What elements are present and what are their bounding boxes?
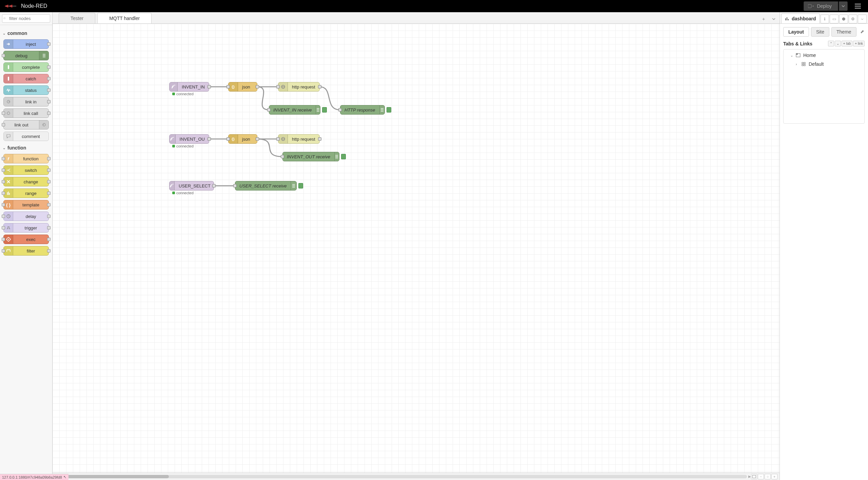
node-json-1[interactable]: {} json (228, 82, 257, 92)
palette-node-link-out[interactable]: link out (3, 120, 49, 129)
svg-point-4 (7, 112, 10, 115)
palette-category-function[interactable]: ⌄ function (3, 144, 49, 152)
zoom-reset-button[interactable]: ○ (765, 474, 771, 479)
chevron-down-icon (842, 5, 845, 7)
tab-tester[interactable]: Tester (59, 13, 95, 23)
sidebar-help-button[interactable]: ▭ (830, 15, 839, 23)
chevron-down-icon (772, 18, 775, 20)
dashboard-icon (785, 17, 790, 21)
node-json-2[interactable]: {} json (228, 134, 257, 144)
dashboard-subtab-site[interactable]: Site (811, 27, 829, 37)
chevron-down-icon: ⌄ (836, 42, 839, 45)
node-http-request-1[interactable]: http request (278, 82, 320, 92)
mqtt-icon (170, 135, 176, 143)
node-debug-invent-out-receive[interactable]: INVENT_OUT receive (282, 152, 339, 161)
palette-node-change[interactable]: change (3, 177, 49, 186)
tabs-menu-button[interactable] (769, 15, 778, 23)
dashboard-subtab-layout[interactable]: Layout (783, 27, 809, 37)
canvas-footer: ◀ ▶ − ○ + (53, 473, 780, 480)
zoom-in-button[interactable]: + (771, 474, 777, 479)
debug-icon (334, 152, 339, 161)
workspace: Tester MQTT handler + (53, 12, 780, 480)
node-debug-invent-in-receive[interactable]: INVENT_IN receive (269, 105, 320, 115)
workspace-tabs: Tester MQTT handler + (53, 12, 780, 24)
switch-icon (4, 166, 13, 175)
tree-item-default[interactable]: › Default (784, 60, 864, 68)
open-dashboard-button[interactable]: ⬈ (859, 27, 866, 37)
debug-toggle[interactable] (341, 154, 346, 159)
expand-all-button[interactable]: ⌄ (835, 41, 841, 46)
add-tab-button[interactable]: + tab (842, 41, 853, 46)
deploy-button[interactable]: Deploy (804, 1, 838, 11)
palette-node-comment[interactable]: comment (3, 132, 49, 141)
popout-icon: ⬈ (860, 29, 864, 34)
link-in-icon (4, 97, 13, 106)
add-tab-button[interactable]: + (759, 15, 768, 23)
search-icon: ⌕ (3, 16, 6, 20)
grid-icon (801, 62, 807, 66)
sidebar-panel: dashboard i ▭ ⬢ ⚙ Layout Site Theme ⬈ Ta… (780, 12, 868, 480)
app-header: Node-RED Deploy (0, 0, 868, 12)
palette-node-link-call[interactable]: link call (3, 108, 49, 118)
filter-nodes-input[interactable] (2, 14, 50, 23)
svg-rect-1 (8, 65, 9, 69)
navigator-button[interactable] (751, 474, 757, 479)
sidebar-info-button[interactable]: i (821, 15, 829, 23)
palette-node-catch[interactable]: catch (3, 74, 49, 83)
deploy-dropdown[interactable] (839, 1, 848, 11)
palette-node-status[interactable]: status (3, 85, 49, 95)
flow-canvas[interactable]: INVENT_IN connected {} json http request (53, 24, 780, 473)
node-user-select[interactable]: USER_SELECT connected (169, 181, 214, 191)
debug-toggle[interactable] (298, 183, 303, 188)
svg-rect-15 (796, 54, 798, 55)
debug-toggle[interactable] (387, 107, 391, 113)
logo-icon (4, 3, 18, 9)
exec-icon (4, 235, 13, 244)
palette-node-range[interactable]: range (3, 188, 49, 198)
tab-mqtt-handler[interactable]: MQTT handler (97, 13, 152, 23)
menu-button[interactable] (852, 0, 864, 12)
dashboard-subtab-theme[interactable]: Theme (831, 27, 856, 37)
tabs-links-title: Tabs & Links (783, 41, 812, 46)
palette-node-function[interactable]: ffunction (3, 154, 49, 163)
debug-toggle[interactable] (322, 107, 327, 113)
status-bar: 127.0.0.1:1880/#7c948a09b8a29fd8 ↖ (0, 474, 68, 480)
palette-node-inject[interactable]: inject (3, 39, 49, 49)
node-debug-http-response[interactable]: HTTP response (340, 105, 385, 115)
palette-category-common[interactable]: ⌄ common (3, 29, 49, 37)
zoom-out-button[interactable]: − (758, 474, 764, 479)
palette-node-trigger[interactable]: trigger (3, 223, 49, 233)
deploy-icon (808, 4, 814, 8)
node-invent-ou[interactable]: INVENT_OU connected (169, 134, 209, 144)
palette-node-exec[interactable]: exec (3, 235, 49, 244)
palette-node-template[interactable]: { }template (3, 200, 49, 209)
sidebar-tab-dashboard[interactable]: dashboard (781, 14, 820, 23)
palette-node-debug[interactable]: debug (3, 51, 49, 60)
tree-item-home[interactable]: ⌄ Home (784, 51, 864, 60)
change-icon (4, 177, 13, 186)
gear-icon: ⚙ (851, 17, 855, 21)
node-http-request-2[interactable]: http request (278, 134, 320, 144)
palette-node-delay[interactable]: delay (3, 212, 49, 221)
sidebar-config-button[interactable]: ⚙ (849, 15, 857, 23)
palette-node-filter[interactable]: filter (3, 246, 49, 256)
svg-rect-17 (804, 62, 805, 64)
palette-panel: ⌕ ⌄ common inject debug complete catch s… (0, 12, 53, 480)
range-icon (4, 189, 13, 198)
palette-node-switch[interactable]: switch (3, 165, 49, 175)
debug-icon (39, 51, 48, 60)
collapse-all-button[interactable]: ⌃ (828, 41, 834, 46)
scroll-right-icon[interactable]: ▶ (748, 475, 751, 478)
chevron-down-icon: ⌄ (3, 146, 7, 150)
node-invent-in[interactable]: INVENT_IN connected (169, 82, 209, 92)
node-debug-user-select-receive[interactable]: USER_SELECT receive (235, 181, 297, 191)
json-icon: {} (229, 135, 238, 143)
sidebar-debug-button[interactable]: ⬢ (839, 15, 848, 23)
app-title: Node-RED (21, 3, 47, 9)
palette-node-complete[interactable]: complete (3, 62, 49, 72)
sidebar-dropdown-button[interactable] (858, 15, 867, 23)
json-icon: {} (229, 82, 238, 91)
palette-node-link-in[interactable]: link in (3, 97, 49, 106)
horizontal-scrollbar[interactable] (59, 475, 747, 478)
add-link-button[interactable]: + link (853, 41, 865, 46)
